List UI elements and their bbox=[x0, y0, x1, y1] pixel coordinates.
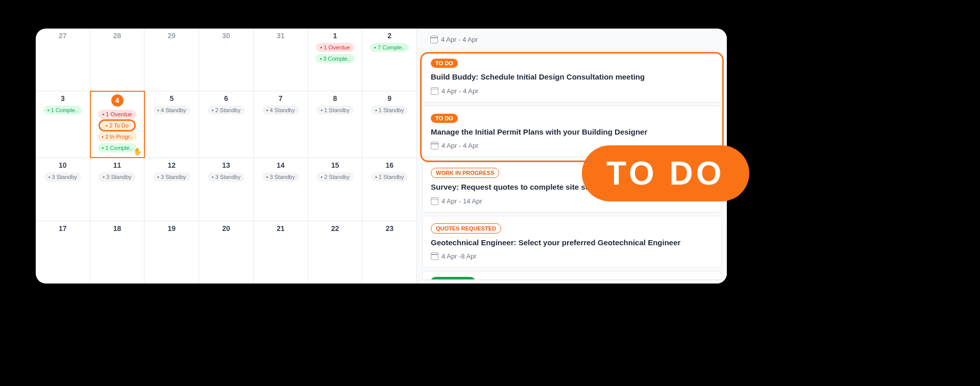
calendar-cell[interactable]: 15• 2 Standby bbox=[308, 158, 363, 220]
status-pill-complete[interactable]: • 3 Comple.. bbox=[315, 54, 354, 63]
date-range-text: 4 Apr - 4 Apr bbox=[442, 142, 478, 149]
status-badge-todo: TO DO bbox=[431, 114, 458, 123]
day-number: 17 bbox=[59, 224, 67, 233]
day-number: 20 bbox=[222, 224, 230, 233]
calendar-cell[interactable]: 8• 1 Standby bbox=[308, 91, 363, 158]
status-pill-standby[interactable]: • 1 Standby bbox=[371, 172, 408, 182]
day-number: 21 bbox=[277, 224, 285, 233]
calendar-cell[interactable]: 19 bbox=[144, 221, 199, 284]
day-number: 16 bbox=[385, 161, 394, 169]
calendar-cell[interactable]: 17 bbox=[36, 221, 90, 284]
status-badge-completed: COMPLETED bbox=[431, 277, 475, 280]
calendar-row: 27282930311• 1 Overdue• 3 Comple..2• 7 C… bbox=[36, 29, 416, 91]
calendar-cell[interactable]: 16• 1 Standby bbox=[362, 158, 416, 220]
calendar-icon bbox=[431, 142, 438, 149]
calendar-cell[interactable]: 23 bbox=[362, 221, 416, 284]
status-pill-complete[interactable]: • 1 Comple.. bbox=[98, 143, 137, 152]
calendar-icon bbox=[431, 252, 438, 260]
day-number: 13 bbox=[222, 161, 230, 169]
status-pill-standby[interactable]: • 1 Standby bbox=[371, 106, 408, 115]
calendar-cell[interactable]: 11• 3 Standby bbox=[90, 158, 145, 220]
status-pill-standby[interactable]: • 3 Standby bbox=[99, 172, 135, 182]
status-pill-standby[interactable]: • 3 Standby bbox=[262, 172, 299, 182]
status-pill-standby[interactable]: • 2 Standby bbox=[208, 106, 244, 115]
status-pill-complete[interactable]: • 1 Comple.. bbox=[43, 106, 82, 115]
calendar-cell[interactable]: 30 bbox=[199, 29, 254, 91]
task-title: Geotechnical Engineer: Select your prefe… bbox=[431, 238, 713, 248]
calendar-cell[interactable]: 31 bbox=[254, 29, 308, 91]
task-card-truncated[interactable]: COMPLETED bbox=[422, 271, 722, 280]
calendar-row: 3• 1 Comple..4• 1 Overdue• 2 To Do• 2 In… bbox=[36, 91, 416, 158]
task-card[interactable]: TO DOBuild Buddy: Schedule Initial Desig… bbox=[422, 50, 722, 102]
day-number: 11 bbox=[113, 161, 121, 169]
task-card[interactable]: QUOTES REQUESTEDGeotechnical Engineer: S… bbox=[422, 216, 722, 268]
calendar-icon bbox=[430, 36, 438, 43]
day-number: 31 bbox=[277, 32, 285, 40]
day-number: 2 bbox=[387, 32, 391, 40]
todo-overlay-label: TO DO bbox=[582, 145, 749, 201]
calendar-cell[interactable]: 29 bbox=[144, 29, 199, 91]
date-range-text: 4 Apr -8 Apr bbox=[442, 252, 477, 260]
status-pill-overdue[interactable]: • 1 Overdue bbox=[316, 43, 354, 52]
status-pill-inprogress[interactable]: • 2 In Progr.. bbox=[97, 132, 137, 141]
calendar-cell[interactable]: 3• 1 Comple.. bbox=[36, 91, 90, 158]
calendar-cell[interactable]: 5• 4 Standby bbox=[144, 91, 199, 158]
calendar-cell[interactable]: 14• 3 Standby bbox=[254, 158, 308, 220]
calendar-grid: 27282930311• 1 Overdue• 3 Comple..2• 7 C… bbox=[36, 29, 417, 284]
status-pill-standby[interactable]: • 4 Standby bbox=[153, 106, 190, 115]
day-number: 7 bbox=[279, 94, 283, 102]
day-number: 15 bbox=[331, 161, 339, 169]
calendar-cell[interactable]: 22 bbox=[308, 221, 363, 284]
day-number: 22 bbox=[331, 224, 339, 233]
day-number: 27 bbox=[59, 32, 67, 40]
calendar-row: 10• 3 Standby11• 3 Standby12• 3 Standby1… bbox=[36, 158, 416, 220]
day-number: 29 bbox=[168, 32, 176, 40]
calendar-cell[interactable]: 1• 1 Overdue• 3 Comple.. bbox=[308, 29, 363, 91]
day-number: 5 bbox=[169, 94, 174, 102]
task-date: 4 Apr - 4 Apr bbox=[431, 87, 713, 95]
status-pill-todo[interactable]: • 2 To Do bbox=[102, 121, 133, 130]
status-pill-standby[interactable]: • 3 Standby bbox=[208, 172, 244, 182]
day-number: 28 bbox=[113, 32, 121, 40]
status-badge-quotes: QUOTES REQUESTED bbox=[431, 223, 501, 234]
cursor-icon: ✋ bbox=[133, 147, 142, 156]
task-title: Manage the Initial Permit Plans with you… bbox=[431, 127, 713, 137]
calendar-cell[interactable]: 13• 3 Standby bbox=[199, 158, 254, 220]
calendar-icon bbox=[431, 87, 438, 95]
status-badge-wip: WORK IN PROGRESS bbox=[431, 168, 499, 178]
task-date: 4 Apr -8 Apr bbox=[431, 252, 713, 260]
day-number: 6 bbox=[224, 94, 228, 102]
calendar-cell[interactable]: 4• 1 Overdue• 2 To Do• 2 In Progr..• 1 C… bbox=[90, 91, 145, 158]
status-pill-standby[interactable]: • 2 Standby bbox=[316, 172, 353, 182]
status-pill-overdue[interactable]: • 1 Overdue bbox=[98, 110, 136, 119]
calendar-cell[interactable]: 27 bbox=[36, 29, 90, 91]
calendar-cell[interactable]: 18 bbox=[90, 221, 145, 284]
calendar-cell[interactable]: 20 bbox=[199, 221, 254, 284]
status-pill-standby[interactable]: • 3 Standby bbox=[153, 172, 190, 182]
calendar-cell[interactable]: 28 bbox=[90, 29, 145, 91]
calendar-cell[interactable]: 6• 2 Standby bbox=[199, 91, 254, 158]
day-number: 30 bbox=[222, 32, 230, 40]
day-number: 9 bbox=[387, 94, 391, 102]
calendar-cell[interactable]: 9• 1 Standby bbox=[362, 91, 416, 158]
calendar-cell[interactable]: 2• 7 Comple.. bbox=[362, 29, 416, 91]
calendar-icon bbox=[431, 197, 438, 205]
day-number: 14 bbox=[277, 161, 285, 169]
day-number: 8 bbox=[333, 94, 337, 102]
calendar-cell[interactable]: 21 bbox=[254, 221, 308, 284]
status-pill-standby[interactable]: • 4 Standby bbox=[262, 106, 299, 115]
date-range-text: 4 Apr - 4 Apr bbox=[442, 87, 478, 95]
calendar-cell[interactable]: 10• 3 Standby bbox=[36, 158, 90, 220]
calendar-cell[interactable]: 12• 3 Standby bbox=[144, 158, 199, 220]
status-pill-complete[interactable]: • 7 Comple.. bbox=[370, 43, 409, 52]
calendar-cell[interactable]: 7• 4 Standby bbox=[254, 91, 308, 158]
day-number: 1 bbox=[333, 32, 337, 40]
task-title: Build Buddy: Schedule Initial Design Con… bbox=[431, 72, 713, 82]
day-number: 18 bbox=[113, 224, 121, 233]
status-badge-todo: TO DO bbox=[431, 59, 458, 68]
status-pill-standby[interactable]: • 3 Standby bbox=[44, 172, 81, 182]
status-pill-standby[interactable]: • 1 Standby bbox=[316, 106, 353, 115]
day-number: 4 bbox=[111, 94, 124, 107]
day-number: 12 bbox=[168, 161, 176, 169]
calendar-row: 17181920212223 bbox=[36, 221, 416, 284]
